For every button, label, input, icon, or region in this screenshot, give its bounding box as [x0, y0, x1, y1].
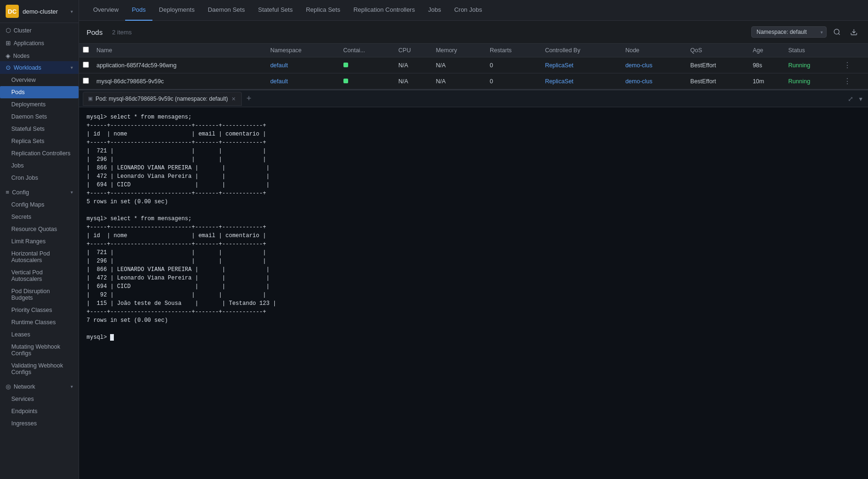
header-age: Age — [749, 44, 785, 57]
sidebar-item-limit-ranges[interactable]: Limit Ranges — [0, 235, 79, 247]
sidebar-item-horizontal-pod-autoscalers[interactable]: Horizontal Pod Autoscalers — [0, 247, 79, 266]
row-name-0[interactable]: application-685f74dc59-96wng — [93, 57, 257, 73]
row-checkbox-1[interactable] — [83, 78, 89, 84]
workloads-chevron-icon: ▾ — [71, 65, 73, 70]
row-namespace-0[interactable]: default — [266, 57, 339, 73]
pods-table-section: Pods 2 items Namespace: default All Name… — [79, 21, 868, 89]
row-cpu-1: N/A — [395, 73, 432, 89]
row-qos-1: BestEffort — [686, 73, 749, 89]
sidebar-item-jobs[interactable]: Jobs — [0, 160, 79, 172]
row-controlled-by-1[interactable]: ReplicaSet — [541, 73, 621, 89]
sidebar-item-runtime-classes[interactable]: Runtime Classes — [0, 316, 79, 328]
sidebar-item-cron-jobs[interactable]: Cron Jobs — [0, 172, 79, 184]
cluster-icon: ⬡ — [6, 27, 11, 34]
sidebar-item-deployments[interactable]: Deployments — [0, 98, 79, 111]
sidebar-item-overview[interactable]: Overview — [0, 74, 79, 86]
header-qos: QoS — [686, 44, 749, 57]
row-more-1[interactable]: ⋮ — [840, 73, 868, 89]
sidebar-item-ingresses[interactable]: Ingresses — [0, 417, 79, 430]
terminal-chevron-button[interactable]: ▾ — [857, 94, 864, 104]
sidebar-section-workloads[interactable]: ⊙ Workloads ▾ — [0, 61, 79, 74]
workloads-icon: ⊙ — [6, 64, 11, 71]
row-more-button-0[interactable]: ⋮ — [844, 61, 851, 70]
config-label: Config — [12, 189, 29, 196]
row-age-0: 98s — [749, 57, 785, 73]
tab-overview[interactable]: Overview — [87, 0, 125, 21]
terminal-expand-button[interactable]: ⤢ — [846, 94, 855, 104]
sidebar-item-replication-controllers[interactable]: Replication Controllers — [0, 147, 79, 160]
terminal-add-tab-button[interactable]: + — [245, 94, 254, 104]
sidebar-section-network[interactable]: ◎ Network ▾ — [0, 380, 79, 393]
tab-deployments[interactable]: Deployments — [152, 0, 201, 21]
header-checkbox-col — [79, 44, 93, 57]
sidebar-item-config-maps[interactable]: Config Maps — [0, 199, 79, 211]
sidebar-item-pods[interactable]: Pods — [0, 86, 79, 98]
row-more-button-1[interactable]: ⋮ — [844, 77, 851, 86]
tab-replication-controllers[interactable]: Replication Controllers — [347, 0, 422, 21]
search-button[interactable] — [830, 25, 844, 39]
sidebar-item-pod-disruption-budgets[interactable]: Pod Disruption Budgets — [0, 285, 79, 304]
nodes-icon: ◈ — [6, 52, 10, 59]
row-containers-0 — [340, 57, 395, 73]
sidebar-item-replica-sets[interactable]: Replica Sets — [0, 135, 79, 147]
sidebar-item-stateful-sets[interactable]: Stateful Sets — [0, 123, 79, 135]
terminal-close-button[interactable]: × — [231, 95, 237, 103]
sidebar-item-daemon-sets[interactable]: Daemon Sets — [0, 111, 79, 123]
tab-cron-jobs[interactable]: Cron Jobs — [447, 0, 488, 21]
header-node: Node — [621, 44, 686, 57]
tab-daemon-sets[interactable]: Daemon Sets — [201, 0, 252, 21]
row-memory-1: N/A — [432, 73, 486, 89]
terminal-section: ▣ Pod: mysql-86dc798685-9v59c (namespace… — [79, 89, 868, 479]
main-content: Overview Pods Deployments Daemon Sets St… — [79, 0, 868, 479]
terminal-tab-mysql[interactable]: ▣ Pod: mysql-86dc798685-9v59c (namespace… — [83, 92, 242, 106]
config-chevron-icon: ▾ — [71, 190, 73, 195]
tab-stateful-sets[interactable]: Stateful Sets — [251, 0, 299, 21]
download-button[interactable] — [847, 25, 860, 39]
sidebar-item-endpoints[interactable]: Endpoints — [0, 405, 79, 417]
sidebar-item-leases[interactable]: Leases — [0, 328, 79, 341]
row-node-0[interactable]: demo-clus — [621, 57, 686, 73]
sidebar-item-priority-classes[interactable]: Priority Classes — [0, 304, 79, 316]
sidebar-item-nodes[interactable]: ◈ Nodes — [0, 48, 79, 61]
items-count: 2 items — [112, 29, 748, 36]
cluster-header[interactable]: DC demo-cluster ▾ — [0, 0, 79, 23]
row-checkbox-cell — [79, 57, 93, 73]
tab-pods[interactable]: Pods — [125, 0, 152, 21]
search-icon — [833, 28, 841, 36]
terminal-prompt: mysql> — [87, 334, 110, 341]
row-checkbox-cell — [79, 73, 93, 89]
table-row: application-685f74dc59-96wng default N/A… — [79, 57, 868, 73]
namespace-select[interactable]: Namespace: default All Namespaces — [751, 26, 827, 38]
terminal-body[interactable]: mysql> select * from mensagens; +-----+-… — [79, 107, 868, 479]
sidebar-item-cluster[interactable]: ⬡ Cluster — [0, 23, 79, 36]
row-containers-1 — [340, 73, 395, 89]
sidebar-item-vertical-pod-autoscalers[interactable]: Vertical Pod Autoscalers — [0, 266, 79, 285]
sidebar-item-services[interactable]: Services — [0, 393, 79, 405]
svg-point-0 — [834, 29, 839, 34]
config-icon: ≡ — [6, 189, 9, 196]
sidebar-section-config[interactable]: ≡ Config ▾ — [0, 186, 79, 199]
row-more-0[interactable]: ⋮ — [840, 57, 868, 73]
tab-jobs[interactable]: Jobs — [422, 0, 447, 21]
header-warn — [257, 44, 266, 57]
table-header-row: Name Namespace Contai... CPU Memory Rest… — [79, 44, 868, 57]
sidebar-item-resource-quotas[interactable]: Resource Quotas — [0, 223, 79, 235]
terminal-tab-label: Pod: mysql-86dc798685-9v59c (namespace: … — [96, 96, 228, 102]
row-controlled-by-0[interactable]: ReplicaSet — [541, 57, 621, 73]
sidebar-item-applications[interactable]: ⊞ Applications — [0, 36, 79, 48]
header-containers: Contai... — [340, 44, 395, 57]
row-checkbox-0[interactable] — [83, 62, 89, 68]
row-warn-1 — [257, 73, 266, 89]
namespace-selector-wrapper: Namespace: default All Namespaces ▾ — [751, 26, 827, 38]
sidebar-item-validating-webhook-configs[interactable]: Validating Webhook Configs — [0, 359, 79, 378]
select-all-checkbox[interactable] — [83, 47, 89, 53]
sidebar-item-secrets[interactable]: Secrets — [0, 211, 79, 223]
row-namespace-1[interactable]: default — [266, 73, 339, 89]
sidebar-item-mutating-webhook-configs[interactable]: Mutating Webhook Configs — [0, 341, 79, 359]
cluster-label: Cluster — [14, 27, 32, 34]
row-warn-0 — [257, 57, 266, 73]
row-name-1[interactable]: mysql-86dc798685-9v59c — [93, 73, 257, 89]
download-icon — [850, 28, 858, 36]
row-node-1[interactable]: demo-clus — [621, 73, 686, 89]
tab-replica-sets[interactable]: Replica Sets — [299, 0, 347, 21]
